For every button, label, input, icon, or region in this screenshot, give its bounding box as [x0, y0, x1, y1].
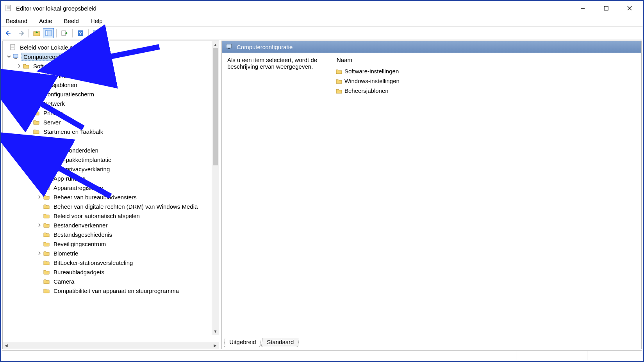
tree-computerconfiguratie[interactable]: Computerconfiguratie [3, 52, 219, 61]
folder-icon [33, 147, 40, 153]
folder-icon [33, 110, 40, 116]
tree-item[interactable]: App-pakketimplantatie [3, 155, 219, 164]
chevron-right-icon[interactable] [36, 195, 43, 199]
tree-item[interactable]: Bureaubladgadgets [3, 267, 219, 277]
statusbar [2, 350, 642, 360]
tree-item[interactable]: Beheer van bureaubladvensters [3, 192, 219, 202]
tree-label: Beleid voor Lokale computer [18, 44, 96, 51]
tree-item[interactable]: Apparaatregistratie [3, 183, 219, 192]
window-title: Editor voor lokaal groepsbeleid [16, 5, 96, 12]
tree-label: App-runtime [52, 175, 87, 182]
menu-actie[interactable]: Actie [37, 17, 54, 25]
tab-uitgebreid[interactable]: Uitgebreid [223, 338, 262, 347]
tree-label: Windows-onderdelen [42, 147, 100, 154]
menu-beeld[interactable]: Beeld [62, 17, 80, 25]
scroll-down-icon[interactable]: ▼ [212, 328, 219, 335]
tree-label: Printers [42, 109, 65, 117]
chevron-right-icon[interactable] [26, 139, 32, 143]
folder-icon [23, 72, 30, 78]
tree-windows-onderdelen[interactable]: Windows-onderdelen [3, 146, 219, 155]
details-pane: Computerconfiguratie Als u een item sele… [221, 41, 642, 349]
chevron-right-icon[interactable] [36, 251, 43, 255]
list-item[interactable]: Beheersjablonen [336, 86, 637, 96]
tree-netwerk[interactable]: Netwerk [3, 99, 219, 108]
chevron-down-icon[interactable] [16, 83, 22, 87]
tree-item[interactable]: BitLocker-stationsversleuteling [3, 258, 219, 267]
folder-icon [336, 88, 342, 94]
tree-root[interactable]: Beleid voor Lokale computer [3, 43, 219, 52]
folder-icon [33, 100, 40, 106]
chevron-right-icon[interactable] [26, 92, 32, 96]
tree-label: Beveiligingscentrum [52, 240, 107, 248]
tree-label: Systeem [42, 137, 68, 145]
tree-item[interactable]: Compatibiliteit van apparaat en stuurpro… [3, 286, 219, 295]
tree-label: Startmenu en Taakbalk [42, 128, 105, 135]
tree-item[interactable]: App-privacyverklaring [3, 164, 219, 174]
content-area: Beleid voor Lokale computer Computerconf… [2, 41, 642, 349]
tree-configuratiescherm[interactable]: Configuratiescherm [3, 89, 219, 99]
scroll-right-icon[interactable]: ▶ [212, 342, 219, 349]
list-item[interactable]: Windows-instellingen [336, 76, 637, 86]
tree-label: BitLocker-stationsversleuteling [52, 259, 134, 266]
show-hide-tree-icon[interactable] [43, 28, 54, 38]
tree-windows-instellingen[interactable]: Windows-instellingen [3, 71, 219, 80]
chevron-right-icon[interactable] [16, 73, 22, 77]
export-list-icon[interactable] [59, 28, 70, 38]
tree-label: Beheersjablonen [32, 81, 79, 89]
svg-text:?: ? [79, 31, 82, 36]
maximize-button[interactable] [594, 1, 618, 15]
minimize-button[interactable] [571, 1, 594, 15]
folder-icon [43, 250, 50, 256]
menu-bestand[interactable]: Bestand [4, 17, 29, 25]
tree-label: Camera [52, 278, 76, 285]
scrollbar-thumb[interactable] [213, 48, 218, 165]
tree-item[interactable]: Beheer van digitale rechten (DRM) van Wi… [3, 202, 219, 211]
tree-item[interactable]: Beveiligingscentrum [3, 239, 219, 248]
chevron-down-icon[interactable] [6, 55, 12, 59]
menu-help[interactable]: Help [89, 17, 104, 25]
tree-item[interactable]: App-runtime [3, 174, 219, 183]
folder-icon [336, 69, 342, 74]
tree-printers[interactable]: Printers [3, 108, 219, 117]
titlebar: Editor voor lokaal groepsbeleid [1, 1, 643, 15]
document-icon [10, 44, 17, 50]
folder-icon [33, 138, 40, 144]
details-list: Naam Software-instellingen Windows-inste… [331, 53, 641, 349]
tree-software-instellingen[interactable]: Software-instellingen [3, 61, 219, 71]
column-header-name[interactable]: Naam [336, 55, 637, 66]
list-item[interactable]: Software-instellingen [336, 66, 637, 76]
close-button[interactable] [618, 1, 641, 15]
help-icon[interactable]: ? [75, 28, 86, 38]
tree-item[interactable]: Beleid voor automatisch afspelen [3, 211, 219, 220]
policy-tree[interactable]: Beleid voor Lokale computer Computerconf… [3, 41, 219, 297]
scroll-up-icon[interactable]: ▲ [212, 41, 219, 48]
chevron-down-icon[interactable] [26, 148, 32, 152]
tree-item[interactable]: Camera [3, 277, 219, 286]
tab-standaard[interactable]: Standaard [261, 338, 300, 347]
list-item-label: Beheersjablonen [344, 87, 389, 94]
tree-item[interactable]: Bestandsgeschiedenis [3, 230, 219, 239]
chevron-right-icon[interactable] [26, 101, 32, 105]
nav-back-icon[interactable] [4, 28, 14, 38]
tree-label: Beheer van digitale rechten (DRM) van Wi… [52, 203, 199, 210]
folder-icon [336, 78, 342, 84]
scroll-left-icon[interactable]: ◀ [3, 342, 10, 349]
horizontal-scrollbar[interactable]: ◀ ▶ [3, 342, 219, 349]
tree-label: Bureaubladgadgets [52, 268, 106, 276]
tree-systeem[interactable]: Systeem [3, 136, 219, 146]
tree-label: Windows-instellingen [32, 72, 90, 79]
chevron-right-icon[interactable] [16, 64, 22, 68]
folder-icon [23, 63, 30, 69]
tree-startmenu[interactable]: Startmenu en Taakbalk [3, 127, 219, 136]
tree-beheersjablonen[interactable]: Beheersjablonen [3, 80, 219, 89]
tree-server[interactable]: Server [3, 117, 219, 127]
tree-item[interactable]: Bestandenverkenner [3, 220, 219, 230]
up-folder-icon[interactable] [31, 28, 42, 38]
vertical-scrollbar[interactable]: ▲ ▼ [212, 41, 219, 335]
tree-item[interactable]: Biometrie [3, 248, 219, 258]
tree-label: Computerconfiguratie [21, 53, 81, 61]
chevron-right-icon[interactable] [36, 223, 43, 227]
nav-forward-icon[interactable] [15, 28, 26, 38]
list-item-label: Software-instellingen [344, 68, 399, 75]
filter-icon[interactable] [91, 28, 102, 38]
